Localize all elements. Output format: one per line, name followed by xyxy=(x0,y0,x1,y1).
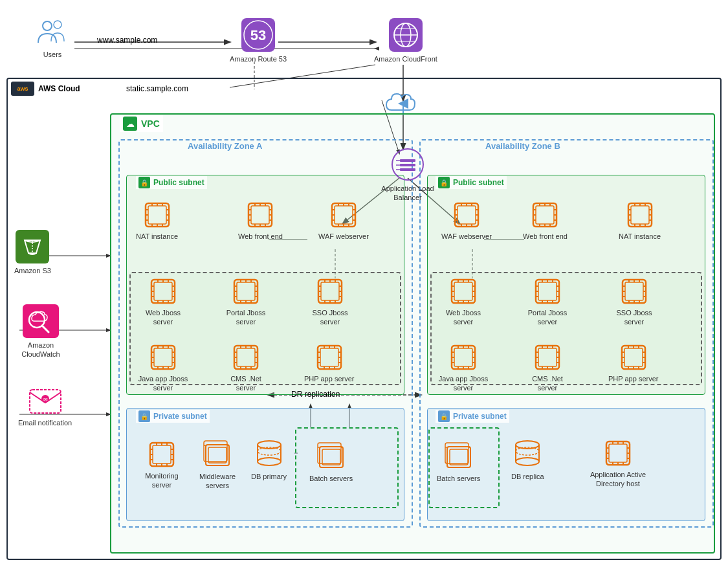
php-app-b-label: PHP app server xyxy=(608,374,658,383)
web-jboss-b-label: Web Jboss server xyxy=(437,308,489,327)
public-subnet-a-label: Public subnet xyxy=(153,178,204,187)
app-active-directory-icon xyxy=(604,439,632,467)
php-app-a-icon xyxy=(315,343,344,372)
db-replica-group: DB replica xyxy=(511,437,544,481)
middleware-servers-label: Middleware servers xyxy=(192,472,243,491)
php-app-b-icon xyxy=(619,343,648,372)
php-app-b-group: PHP app server xyxy=(608,343,658,383)
private-subnet-a-label: Private subnet xyxy=(153,412,207,421)
portal-jboss-b-label: Portal Jboss server xyxy=(522,308,573,327)
svg-rect-228 xyxy=(536,280,559,303)
private-lock-icon-a: 🔒 xyxy=(138,410,150,422)
db-primary-icon xyxy=(255,437,283,469)
cms-net-b-label: CMS .Net server xyxy=(522,374,573,393)
vpc-label-group: ☁ VPC xyxy=(120,115,163,132)
svg-rect-158 xyxy=(318,280,342,303)
email-notification-icon: ✉ xyxy=(28,388,62,416)
cloudfront-icon xyxy=(389,18,423,52)
svg-text:✉: ✉ xyxy=(43,397,47,403)
svg-rect-242 xyxy=(623,280,646,303)
svg-rect-201 xyxy=(320,348,338,366)
db-primary-group: DB primary xyxy=(251,437,287,481)
waf-b-group: WAF webserver xyxy=(441,201,492,241)
svg-point-21 xyxy=(43,21,52,30)
private-subnet-a-label-group: 🔒 Private subnet xyxy=(136,410,210,423)
web-jboss-a-label: Web Jboss server xyxy=(137,308,189,327)
php-app-a-label: PHP app server xyxy=(304,374,354,383)
svg-rect-42 xyxy=(400,168,415,171)
sso-jboss-b-group: SSO Jboss server xyxy=(608,277,660,327)
java-app-jboss-a-group: Java app Jboss server xyxy=(137,343,189,393)
svg-rect-229 xyxy=(538,282,557,300)
db-primary-label: DB primary xyxy=(251,472,287,481)
sso-jboss-a-group: SSO Jboss server xyxy=(304,277,356,327)
svg-rect-74 xyxy=(332,203,355,227)
svg-rect-303 xyxy=(153,445,171,464)
sso-jboss-b-label: SSO Jboss server xyxy=(608,308,660,327)
batch-servers-b-label: Batch servers xyxy=(437,474,480,483)
dr-replication-label: DR replication xyxy=(291,390,340,399)
svg-rect-61 xyxy=(251,206,269,224)
batch-servers-b-group: Batch servers xyxy=(437,439,480,483)
portal-jboss-a-group: Portal Jboss server xyxy=(220,277,272,327)
diagram-container: Users www.sample.com 53 Amazon Route 53 … xyxy=(0,0,728,571)
svg-rect-88 xyxy=(455,203,478,227)
web-jboss-a-icon xyxy=(149,277,177,306)
amazon-cloudwatch-label: Amazon CloudWatch xyxy=(12,341,70,359)
svg-rect-327 xyxy=(322,449,340,465)
svg-rect-257 xyxy=(454,348,472,366)
svg-rect-256 xyxy=(452,346,475,369)
batch-servers-b-icon xyxy=(443,439,474,471)
svg-text:🔒: 🔒 xyxy=(140,412,149,421)
sso-jboss-a-label: SSO Jboss server xyxy=(304,308,356,327)
vpc-icon: ☁ xyxy=(123,117,137,131)
svg-rect-333 xyxy=(445,443,469,464)
svg-rect-173 xyxy=(154,348,172,366)
nat-instance-b-label: NAT instance xyxy=(619,232,661,241)
cms-net-a-group: CMS .Net server xyxy=(220,343,272,393)
svg-text:☁: ☁ xyxy=(126,119,135,129)
svg-rect-60 xyxy=(248,203,272,227)
svg-rect-144 xyxy=(234,280,258,303)
vpc-text-label: VPC xyxy=(141,118,160,129)
web-frontend-b-label: Web front end xyxy=(523,232,568,241)
svg-text:53: 53 xyxy=(250,27,266,43)
svg-rect-332 xyxy=(450,449,468,465)
web-frontend-a-group: Web front end xyxy=(238,201,283,241)
portal-jboss-b-group: Portal Jboss server xyxy=(522,277,573,327)
alb-icon xyxy=(391,148,425,181)
svg-rect-46 xyxy=(146,203,169,227)
email-notification-group: ✉ Email notification xyxy=(18,388,72,427)
svg-point-22 xyxy=(54,21,61,28)
web-jboss-a-group: Web Jboss server xyxy=(137,277,189,327)
java-app-jboss-b-icon xyxy=(449,343,478,372)
route53-icon: 53 xyxy=(241,18,275,52)
svg-rect-342 xyxy=(609,444,627,462)
app-active-directory-label: Application Active Directory host xyxy=(589,470,647,489)
php-app-a-group: PHP app server xyxy=(304,343,354,383)
app-active-directory-group: Application Active Directory host xyxy=(589,439,647,489)
private-lock-icon-b: 🔒 xyxy=(438,410,450,422)
svg-rect-116 xyxy=(628,203,652,227)
alb-group: Application Load Balancer xyxy=(372,148,443,203)
portal-jboss-a-label: Portal Jboss server xyxy=(220,308,272,327)
users-label: Users xyxy=(43,50,62,59)
amazon-cloudwatch-group: Amazon CloudWatch xyxy=(12,304,70,359)
batch-servers-a-group: Batch servers xyxy=(309,439,353,483)
svg-rect-243 xyxy=(625,282,643,300)
db-replica-label: DB replica xyxy=(511,472,544,481)
svg-rect-214 xyxy=(452,280,475,303)
monitoring-server-icon xyxy=(148,440,176,469)
svg-rect-75 xyxy=(335,206,353,224)
svg-rect-89 xyxy=(458,206,476,224)
web-frontend-a-icon xyxy=(246,201,274,229)
svg-text:🔒: 🔒 xyxy=(440,412,448,421)
java-app-jboss-b-group: Java app Jboss server xyxy=(437,343,489,393)
java-app-jboss-a-icon xyxy=(149,343,177,372)
cloudfront-group: Amazon CloudFront xyxy=(374,18,437,63)
alb-label: Application Load Balancer xyxy=(372,184,443,203)
cms-net-a-icon xyxy=(232,343,260,372)
waf-b-label: WAF webserver xyxy=(441,232,492,241)
cms-net-b-group: CMS .Net server xyxy=(522,343,573,393)
monitoring-server-group: Monitoring server xyxy=(136,440,188,490)
